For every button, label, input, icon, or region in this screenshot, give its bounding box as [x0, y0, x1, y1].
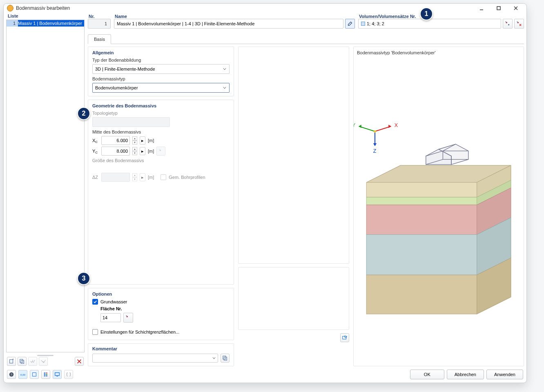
layer-settings-label: Einstellungen für Schichtgrenzflächen... — [100, 330, 179, 334]
drill-checkbox: Gem. Bohrprofilen — [161, 174, 205, 180]
svg-rect-31 — [366, 235, 477, 275]
ok-button[interactable]: OK — [410, 370, 444, 379]
chevron-down-icon — [223, 67, 227, 71]
display-icon[interactable] — [53, 370, 62, 379]
edit-name-icon[interactable] — [345, 19, 355, 29]
xc-label: XC — [92, 138, 99, 143]
xc-unit: [m] — [148, 138, 154, 143]
pick-volumes-icon[interactable] — [503, 19, 513, 29]
axis-y-label: Y — [354, 123, 356, 129]
svg-rect-1 — [497, 7, 500, 10]
surface-label: Fläche Nr. — [100, 306, 230, 311]
view1-icon[interactable] — [30, 370, 39, 379]
type-value: 3D | Finite-Elemente-Methode — [95, 67, 155, 71]
yc-step-icon[interactable]: ▸ — [140, 147, 145, 155]
yc-input[interactable] — [101, 147, 130, 156]
volumes-label: Volumen/Volumensätze Nr. — [358, 12, 524, 19]
topo-input — [92, 117, 170, 127]
titlebar: Bodenmassiv bearbeiten — [4, 4, 526, 12]
volumes-input[interactable]: 1; 4; 3; 2 — [358, 19, 501, 29]
svg-marker-22 — [373, 143, 377, 146]
panel-geometry: Geometrie des Bodenmassivs Topologietyp … — [88, 100, 234, 285]
drill-label: Gem. Bohrprofilen — [169, 175, 205, 180]
svg-rect-41 — [33, 373, 36, 376]
units-icon[interactable]: 0,00 — [18, 370, 27, 379]
massif-label: Bodenmassivtyp — [92, 76, 230, 81]
delete-icon[interactable] — [75, 357, 84, 366]
preview-title: Bodenmassivtyp 'Bodenvolumenkörper' — [354, 47, 524, 58]
xc-step-icon[interactable]: ▸ — [140, 136, 145, 145]
list-item-num: 1 — [7, 20, 18, 27]
massif-value: Bodenvolumenkörper — [95, 85, 138, 90]
minimize-button[interactable] — [474, 4, 489, 12]
svg-rect-29 — [366, 197, 477, 205]
list-box[interactable]: 1 Massiv 1 | Bodenvolumenkörper — [6, 20, 85, 352]
svg-rect-15 — [224, 357, 227, 360]
volumes-value: 1; 4; 3; 2 — [367, 21, 384, 26]
panel-comment: Kommentar — [88, 343, 234, 366]
dialog-window: Bodenmassiv bearbeiten Liste 1 Massiv 1 … — [3, 3, 527, 383]
svg-point-23 — [374, 130, 376, 133]
chevron-down-icon — [212, 356, 216, 360]
tree-icon[interactable] — [41, 370, 50, 379]
axis-z-label: Z — [373, 148, 377, 154]
comment-lib-icon[interactable] — [221, 354, 230, 363]
app-icon — [7, 5, 13, 11]
dz-input — [101, 173, 130, 182]
svg-rect-8 — [21, 360, 24, 363]
geometry-title: Geometrie des Bodenmassivs — [92, 103, 230, 108]
yc-pick-icon — [156, 147, 165, 156]
surface-input[interactable] — [100, 313, 121, 322]
comment-combo[interactable] — [92, 354, 218, 363]
axis-x-label: X — [395, 123, 398, 129]
uncheckall-icon[interactable] — [39, 357, 48, 366]
copy-icon[interactable] — [18, 357, 27, 366]
svg-rect-4 — [10, 360, 13, 363]
panel-spare-top — [238, 47, 349, 264]
xc-input[interactable] — [101, 136, 130, 145]
viewport[interactable]: X Y Z — [354, 58, 524, 366]
dz-unit: [m] — [148, 175, 154, 180]
svg-marker-18 — [388, 125, 391, 128]
xc-spinner[interactable]: ▲▼ — [132, 136, 137, 145]
groundwater-label: Grundwasser — [100, 299, 127, 304]
svg-point-47 — [46, 374, 47, 375]
name-input[interactable] — [114, 19, 343, 29]
panel-spare-bottom — [238, 267, 349, 330]
help-icon[interactable]: ? — [7, 370, 16, 379]
script-icon[interactable] — [64, 370, 73, 379]
nr-input[interactable] — [88, 19, 111, 29]
svg-rect-49 — [55, 373, 60, 376]
maximize-button[interactable] — [491, 4, 506, 12]
tab-basis[interactable]: Basis — [88, 34, 111, 44]
type-select[interactable]: 3D | Finite-Elemente-Methode — [92, 64, 230, 74]
refresh-preview-icon[interactable] — [340, 333, 349, 342]
name-label: Name — [114, 12, 355, 19]
cube-icon — [361, 22, 365, 26]
groundwater-checkbox[interactable]: Grundwasser — [92, 299, 230, 305]
dz-step-icon: ▸ — [140, 173, 145, 181]
new-icon[interactable] — [7, 357, 16, 366]
svg-marker-20 — [359, 125, 361, 128]
close-button[interactable] — [508, 4, 523, 12]
window-title: Bodenmassiv bearbeiten — [16, 5, 70, 11]
massif-select[interactable]: Bodenvolumenkörper — [92, 83, 230, 93]
layer-settings-checkbox[interactable]: Einstellungen für Schichtgrenzflächen... — [92, 329, 230, 335]
cancel-button[interactable]: Abbrechen — [447, 370, 484, 379]
svg-rect-14 — [223, 356, 226, 359]
svg-text:?: ? — [11, 373, 12, 376]
comment-title: Kommentar — [92, 346, 230, 351]
surface-pick-icon[interactable] — [123, 313, 133, 323]
list-item[interactable]: 1 Massiv 1 | Bodenvolumenkörper — [7, 20, 84, 27]
yc-spinner[interactable]: ▲▼ — [132, 147, 137, 155]
checkall-icon[interactable] — [28, 357, 37, 366]
svg-rect-7 — [20, 359, 23, 363]
apply-button[interactable]: Anwenden — [486, 370, 523, 379]
panel-options: Optionen Grundwasser Fläche Nr. — [88, 288, 234, 340]
type-label: Typ der Bodenabbildung — [92, 58, 230, 62]
badge-3: 3 — [77, 272, 90, 285]
pick-volumes-x-icon[interactable] — [514, 19, 524, 29]
options-title: Optionen — [92, 292, 230, 296]
dz-label: ΔZ — [92, 175, 99, 180]
list-item-label: Massiv 1 | Bodenvolumenkörper — [18, 21, 82, 26]
